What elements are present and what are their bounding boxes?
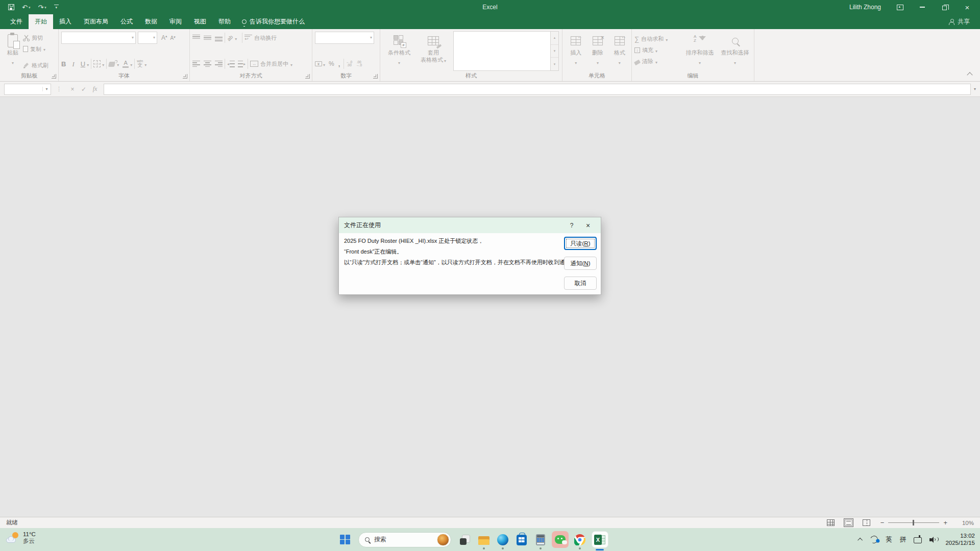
undo-dropdown-icon[interactable]: ▾ xyxy=(29,6,31,9)
align-middle-icon[interactable] xyxy=(204,35,211,41)
format-dropdown-icon[interactable] xyxy=(619,57,621,66)
find-select-button[interactable]: 查找和选择 xyxy=(717,31,753,71)
wechat-button[interactable] xyxy=(550,528,570,551)
clipboard-launcher[interactable] xyxy=(52,74,56,79)
cell-styles-gallery[interactable]: ▴ ▾ ▾ xyxy=(453,31,559,71)
undo-button[interactable]: ↶▾ xyxy=(22,4,30,11)
save-button[interactable] xyxy=(8,4,14,10)
delete-cells-button[interactable]: × 删除 xyxy=(587,31,608,71)
percent-button[interactable]: % xyxy=(329,61,334,67)
notify-button[interactable]: 通知(N) xyxy=(564,257,597,270)
merge-center-label[interactable]: 合并后居中 xyxy=(260,60,288,68)
italic-button[interactable]: I xyxy=(72,61,74,67)
phonetic-dropdown-icon[interactable] xyxy=(144,59,146,68)
decrease-decimal-button[interactable]: .00→.0 xyxy=(356,61,362,67)
tab-data[interactable]: 数据 xyxy=(139,14,163,29)
cell-styles-gallery-box[interactable] xyxy=(453,31,550,71)
format-cells-button[interactable]: ↔ 格式 xyxy=(609,31,630,71)
readonly-button[interactable]: 只读(R) xyxy=(564,237,597,250)
increase-decimal-button[interactable]: ←.0.00 xyxy=(346,61,352,67)
close-button[interactable]: × xyxy=(964,4,971,11)
delete-dropdown-icon[interactable] xyxy=(597,57,599,66)
collapse-ribbon-button[interactable] xyxy=(967,72,972,78)
decrease-font-button[interactable]: A▾ xyxy=(170,35,176,41)
gallery-up-button[interactable]: ▴ xyxy=(551,32,558,45)
orientation-dropdown-icon[interactable] xyxy=(235,33,237,42)
wrap-text-icon[interactable]: ↩ xyxy=(244,35,252,41)
user-name[interactable]: Lilith Zhong xyxy=(849,4,881,11)
tab-help[interactable]: 帮助 xyxy=(212,14,237,29)
sync-status-icon[interactable] xyxy=(869,535,879,544)
orientation-icon[interactable]: ab xyxy=(226,34,234,42)
display-device-icon[interactable] xyxy=(914,537,922,543)
format-as-table-button[interactable]: 套用 表格格式 xyxy=(415,31,451,71)
decrease-indent-icon[interactable]: ◂ xyxy=(227,61,235,67)
insert-dropdown-icon[interactable] xyxy=(575,57,577,66)
increase-indent-icon[interactable]: ▸ xyxy=(238,61,246,67)
tab-home[interactable]: 开始 xyxy=(29,14,53,29)
bold-button[interactable]: B xyxy=(61,61,66,67)
expand-formula-bar-icon[interactable]: ▾ xyxy=(974,87,976,91)
tab-file[interactable]: 文件 xyxy=(4,14,29,29)
zoom-level[interactable]: 10% xyxy=(958,520,974,526)
conditional-dropdown-icon[interactable] xyxy=(398,57,400,66)
ime-english-indicator[interactable]: 英 xyxy=(886,535,892,544)
formula-bar-splitter[interactable]: ⋮ xyxy=(56,86,62,92)
formula-cancel-button[interactable]: × xyxy=(67,86,78,93)
fill-dropdown-icon[interactable] xyxy=(655,47,657,54)
file-explorer-button[interactable] xyxy=(474,528,493,551)
clock[interactable]: 13:02 2025/12/15 xyxy=(945,533,975,546)
font-size-combo[interactable] xyxy=(138,32,157,44)
font-color-dropdown-icon[interactable] xyxy=(130,59,132,68)
format-table-dropdown-icon[interactable] xyxy=(444,57,446,64)
view-page-layout-button[interactable] xyxy=(845,519,852,526)
start-button[interactable] xyxy=(336,528,354,551)
minimize-button[interactable] xyxy=(919,4,926,11)
fill-color-icon[interactable] xyxy=(108,62,115,67)
font-launcher[interactable] xyxy=(183,74,187,79)
increase-font-button[interactable]: A▴ xyxy=(161,34,167,41)
format-painter-button[interactable]: 格式刷 xyxy=(23,60,48,71)
tab-review[interactable]: 审阅 xyxy=(163,14,188,29)
ime-pinyin-indicator[interactable]: 拼 xyxy=(900,535,906,544)
dialog-help-button[interactable]: ? xyxy=(567,222,576,229)
volume-icon[interactable] xyxy=(929,536,938,543)
formula-enter-button[interactable]: ✓ xyxy=(78,86,89,93)
tell-me-box[interactable]: 告诉我你想要做什么 xyxy=(237,14,310,29)
wrap-text-label[interactable]: 自动换行 xyxy=(254,34,277,42)
borders-icon[interactable] xyxy=(93,60,101,67)
cancel-button[interactable]: 取消 xyxy=(564,277,597,290)
number-format-combo[interactable] xyxy=(315,32,374,44)
number-launcher[interactable] xyxy=(373,74,378,79)
tab-page-layout[interactable]: 页面布局 xyxy=(78,14,114,29)
align-left-icon[interactable] xyxy=(192,61,200,67)
name-box-dropdown-icon[interactable]: ▾ xyxy=(42,87,51,91)
view-page-break-button[interactable] xyxy=(863,519,870,526)
excel-button[interactable]: X xyxy=(589,528,610,551)
fill-button[interactable]: ↓ 填充 xyxy=(634,45,682,56)
paste-dropdown-icon[interactable] xyxy=(12,57,14,66)
copy-dropdown-icon[interactable] xyxy=(43,46,45,52)
tray-expand-icon[interactable] xyxy=(858,538,863,543)
tab-view[interactable]: 视图 xyxy=(188,14,212,29)
gallery-down-button[interactable]: ▾ xyxy=(551,45,558,58)
underline-dropdown-icon[interactable] xyxy=(87,59,89,68)
restore-button[interactable] xyxy=(941,4,948,11)
underline-button[interactable]: U xyxy=(81,61,85,67)
tab-insert[interactable]: 插入 xyxy=(53,14,78,29)
zoom-slider-thumb[interactable] xyxy=(913,520,914,525)
search-box[interactable]: 搜索 xyxy=(358,532,451,547)
redo-dropdown-icon[interactable]: ▾ xyxy=(44,6,46,9)
accounting-dropdown-icon[interactable] xyxy=(323,59,325,68)
alignment-launcher[interactable] xyxy=(305,74,310,79)
view-normal-button[interactable] xyxy=(827,519,835,526)
insert-function-button[interactable]: fx xyxy=(89,85,101,93)
merge-center-icon[interactable]: ↔ xyxy=(250,61,258,67)
clear-button[interactable]: 清除 xyxy=(634,56,682,67)
dialog-close-button[interactable]: × xyxy=(583,221,593,230)
customize-qat-button[interactable]: ▾ xyxy=(54,5,59,10)
clear-dropdown-icon[interactable] xyxy=(655,59,657,65)
tab-formulas[interactable]: 公式 xyxy=(114,14,139,29)
autosum-button[interactable]: ∑ 自动求和 xyxy=(634,34,682,44)
share-button[interactable]: 共享 xyxy=(948,14,980,29)
